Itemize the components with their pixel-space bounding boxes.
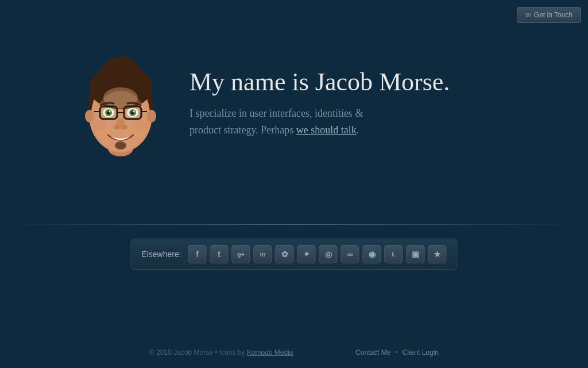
svg-point-3 xyxy=(85,110,94,122)
svg-point-6 xyxy=(103,87,138,108)
tumblr-icon[interactable]: t. xyxy=(385,245,403,263)
linkedin-icon[interactable]: in xyxy=(254,245,272,263)
page-title: My name is Jacob Morse. xyxy=(189,68,450,96)
delicious-icon[interactable]: ✦ xyxy=(297,245,316,263)
svg-point-24 xyxy=(134,121,148,130)
svg-point-23 xyxy=(94,121,107,130)
lastfm-icon[interactable]: ∞ xyxy=(341,245,359,263)
elsewhere-bar: Elsewhere: f t g+ in ✿ ✦ ◎ ∞ ◉ t. ▣ ★ xyxy=(130,239,457,270)
komodo-media-link[interactable]: Komodo Media xyxy=(247,348,293,356)
footer: © 2010 Jacob Morse • Icons by Komodo Med… xyxy=(0,348,588,356)
footer-copyright: © 2010 Jacob Morse • Icons by Komodo Med… xyxy=(149,348,293,356)
svg-point-18 xyxy=(109,111,111,113)
svg-point-22 xyxy=(115,141,126,150)
intro-body: I specialize in user interfaces, identit… xyxy=(189,105,450,139)
client-login-link[interactable]: Client Login xyxy=(403,348,439,356)
intro-text: My name is Jacob Morse. I specialize in … xyxy=(189,68,450,139)
get-in-touch-button[interactable]: Get in Touch xyxy=(517,7,581,23)
yelp-icon[interactable]: ★ xyxy=(428,245,447,263)
svg-point-4 xyxy=(147,110,156,122)
main-content: My name is Jacob Morse. I specialize in … xyxy=(75,46,450,161)
googleplus-icon[interactable]: g+ xyxy=(232,245,250,263)
flickr-icon[interactable]: ✿ xyxy=(276,245,294,263)
dribbble-icon[interactable]: ◉ xyxy=(363,245,381,263)
footer-links: Contact Me • Client Login xyxy=(355,348,439,356)
svg-point-20 xyxy=(114,125,119,129)
we-should-talk-link[interactable]: we should talk xyxy=(296,124,357,136)
rss-icon[interactable]: ◎ xyxy=(319,245,338,263)
facebook-icon[interactable]: f xyxy=(188,245,207,263)
footer-separator: • xyxy=(395,348,397,356)
iphone-icon[interactable]: ▣ xyxy=(407,245,425,263)
contact-me-link[interactable]: Contact Me xyxy=(355,348,390,356)
svg-point-19 xyxy=(133,111,135,113)
divider xyxy=(0,224,588,225)
svg-point-21 xyxy=(122,125,127,129)
avatar xyxy=(75,46,167,161)
twitter-icon[interactable]: t xyxy=(210,245,229,263)
elsewhere-label: Elsewhere: xyxy=(141,250,181,259)
